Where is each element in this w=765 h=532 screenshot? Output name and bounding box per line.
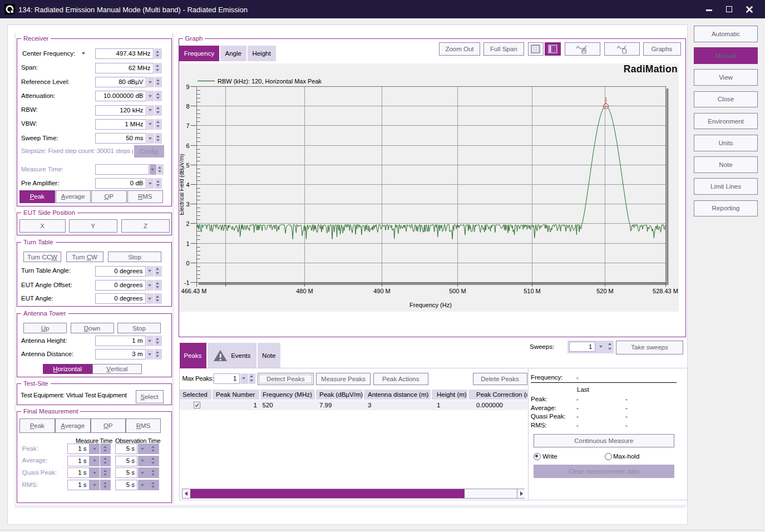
svg-text:Frequency (Hz): Frequency (Hz) <box>409 302 452 308</box>
svg-text:9: 9 <box>186 83 189 90</box>
svg-text:-1: -1 <box>184 279 190 286</box>
svg-text:500 M: 500 M <box>449 288 466 294</box>
svg-text:2: 2 <box>186 220 189 227</box>
svg-text:RBW (kHz): 120, Horizontal Max: RBW (kHz): 120, Horizontal Max Peak <box>218 78 322 85</box>
svg-text:480 M: 480 M <box>296 288 313 294</box>
svg-text:Electrical Field (dBµV/m): Electrical Field (dBµV/m) <box>180 154 185 215</box>
svg-text:466.43 M: 466.43 M <box>181 288 207 294</box>
svg-text:510 M: 510 M <box>524 288 541 294</box>
svg-text:0: 0 <box>186 260 189 267</box>
svg-text:5: 5 <box>186 162 189 169</box>
svg-text:1: 1 <box>186 240 189 247</box>
svg-text:520 M: 520 M <box>596 288 614 294</box>
svg-text:8: 8 <box>186 103 189 110</box>
svg-text:6: 6 <box>186 142 189 149</box>
svg-text:1: 1 <box>604 96 607 102</box>
svg-text:4: 4 <box>186 181 189 188</box>
svg-text:RadiMation: RadiMation <box>624 63 678 75</box>
svg-text:528.43 M: 528.43 M <box>653 288 678 294</box>
svg-text:490 M: 490 M <box>373 288 391 294</box>
svg-text:3: 3 <box>186 201 189 208</box>
svg-text:7: 7 <box>186 122 189 129</box>
